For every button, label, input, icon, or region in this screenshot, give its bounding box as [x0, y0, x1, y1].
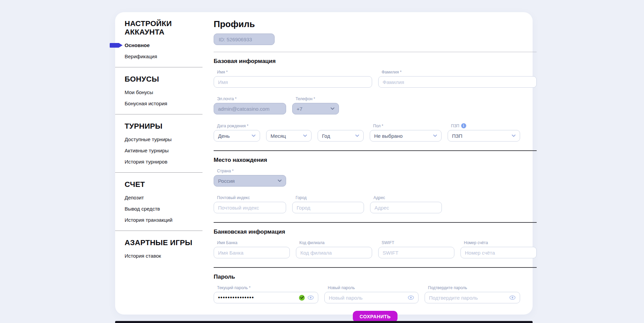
sidebar-item-tournament-history[interactable]: История турниров — [125, 156, 189, 167]
last-name-input[interactable] — [383, 79, 532, 85]
country-value: Россия — [218, 178, 275, 184]
new-password-control — [324, 292, 418, 303]
gender-value: Не выбрано — [374, 133, 430, 139]
gender-field: Пол * Не выбрано — [370, 124, 442, 142]
dob-field: Дата рождения * День Месяц — [214, 124, 364, 142]
account-number-input[interactable] — [465, 250, 532, 256]
email-phone-row: Эл.почта * Телефон * +7 — [214, 96, 537, 114]
sidebar-item-label: Активные турниры — [125, 148, 169, 153]
save-button[interactable]: СОХРАНИТЬ — [353, 311, 398, 322]
dob-month-value: Месяц — [271, 133, 300, 139]
profile-id-field: ID: 526906933 — [214, 34, 275, 45]
info-icon[interactable]: i — [461, 123, 466, 128]
current-password-control — [214, 292, 318, 303]
sidebar-group-title-tournaments: ТУРНИРЫ — [125, 122, 194, 130]
phone-field: Телефон * +7 — [292, 96, 339, 114]
section-title-basic: Базовая информация — [214, 58, 537, 65]
sidebar-group-title-money: СЧЕТ — [125, 180, 194, 189]
sidebar-divider — [115, 114, 202, 114]
dob-month-select[interactable]: Месяц — [266, 130, 312, 142]
eye-icon[interactable] — [408, 295, 414, 300]
section-title-location: Место нахождения — [214, 157, 537, 164]
chevron-down-icon — [330, 107, 335, 110]
address-control — [370, 202, 442, 213]
chevron-down-icon — [512, 134, 516, 137]
sidebar-item-bonus-history[interactable]: Бонусная история — [125, 98, 189, 109]
email-control — [214, 103, 286, 114]
sidebar-group-account-money: СЧЕТ Депозит Вывод средств История транз… — [115, 180, 202, 225]
email-input — [218, 106, 282, 112]
bank-row: Имя Банка Код филиала SWIFT Номер счёта — [214, 240, 537, 258]
sidebar-group-title-gambling: АЗАРТНЫЕ ИГРЫ — [125, 238, 194, 247]
save-row: СОХРАНИТЬ — [214, 311, 537, 322]
pzp-value: ПЗП — [452, 133, 509, 139]
sidebar-item-transaction-history[interactable]: История транзакций — [125, 214, 189, 225]
sidebar-group-title-account: НАСТРОЙКИ АККАУНТА — [125, 19, 194, 36]
first-name-input[interactable] — [218, 79, 368, 85]
phone-label: Телефон * — [296, 96, 339, 101]
bank-name-control — [214, 247, 290, 258]
new-password-input[interactable] — [329, 295, 405, 301]
dob-year-value: Год — [322, 133, 352, 139]
sidebar-item-label: Верификация — [125, 53, 157, 59]
phone-code-value: +7 — [297, 106, 328, 112]
city-control — [292, 202, 364, 213]
last-name-field: Фамилия * — [378, 70, 537, 88]
eye-icon[interactable] — [509, 295, 516, 300]
swift-field: SWIFT — [378, 240, 454, 258]
active-item-arrow-icon — [110, 43, 123, 48]
country-row: Страна * Россия — [214, 169, 537, 187]
sidebar-item-my-bonuses[interactable]: Мои бонусы — [125, 87, 189, 98]
pzp-select[interactable]: ПЗП — [448, 130, 520, 142]
swift-control — [378, 247, 454, 258]
country-select: Россия — [214, 175, 286, 187]
confirm-password-label: Подтвердите пароль — [428, 285, 520, 290]
sidebar-item-label: Доступные турниры — [125, 136, 172, 142]
address-input[interactable] — [374, 205, 437, 211]
new-password-field: Новый пароль — [324, 285, 418, 303]
branch-code-input[interactable] — [300, 250, 368, 256]
sidebar-group-bonuses: БОНУСЫ Мои бонусы Бонусная история — [115, 75, 202, 109]
city-field: Город — [292, 195, 364, 213]
sidebar-item-label: Мои бонусы — [125, 89, 153, 95]
footer-edge — [115, 321, 533, 323]
pzp-label-text: ПЗП — [451, 124, 459, 128]
sidebar-item-main[interactable]: Основное — [125, 40, 189, 51]
settings-sidebar: НАСТРОЙКИ АККАУНТА Основное Верификация … — [115, 12, 202, 315]
confirm-password-control — [425, 292, 520, 303]
swift-input[interactable] — [383, 250, 450, 256]
sidebar-group-tournaments: ТУРНИРЫ Доступные турниры Активные турни… — [115, 122, 202, 167]
account-number-field: Номер счёта — [460, 240, 537, 258]
phone-code-select: +7 — [292, 103, 339, 114]
pzp-label: ПЗП i — [451, 123, 520, 128]
page-title: Профиль — [214, 19, 537, 29]
chevron-down-icon — [278, 179, 282, 182]
last-name-label: Фамилия * — [382, 70, 537, 74]
city-input[interactable] — [297, 205, 360, 211]
sidebar-item-withdrawal[interactable]: Вывод средств — [125, 203, 189, 214]
confirm-password-input[interactable] — [429, 295, 507, 301]
postal-code-input[interactable] — [218, 205, 282, 211]
branch-code-label: Код филиала — [299, 240, 372, 245]
dob-day-select[interactable]: День — [214, 130, 260, 142]
chevron-down-icon — [433, 134, 437, 137]
current-password-input[interactable] — [218, 295, 296, 301]
eye-icon[interactable] — [307, 295, 314, 300]
sidebar-item-available-tournaments[interactable]: Доступные турниры — [125, 134, 189, 145]
first-name-control — [214, 76, 372, 88]
sidebar-item-bets-history[interactable]: История ставок — [125, 250, 189, 261]
bank-name-input[interactable] — [218, 250, 285, 256]
email-label: Эл.почта * — [217, 96, 286, 101]
account-settings-card: НАСТРОЙКИ АККАУНТА Основное Верификация … — [115, 12, 533, 315]
sidebar-item-active-tournaments[interactable]: Активные турниры — [125, 145, 189, 156]
account-number-control — [460, 247, 537, 258]
country-label: Страна * — [217, 169, 286, 173]
gender-select[interactable]: Не выбрано — [370, 130, 442, 142]
sidebar-item-verification[interactable]: Верификация — [125, 51, 189, 62]
city-label: Город — [296, 195, 364, 200]
sidebar-divider — [115, 231, 202, 231]
country-field: Страна * Россия — [214, 169, 286, 187]
bank-name-label: Имя Банка — [217, 240, 290, 245]
dob-year-select[interactable]: Год — [318, 130, 364, 142]
sidebar-item-deposit[interactable]: Депозит — [125, 192, 189, 203]
